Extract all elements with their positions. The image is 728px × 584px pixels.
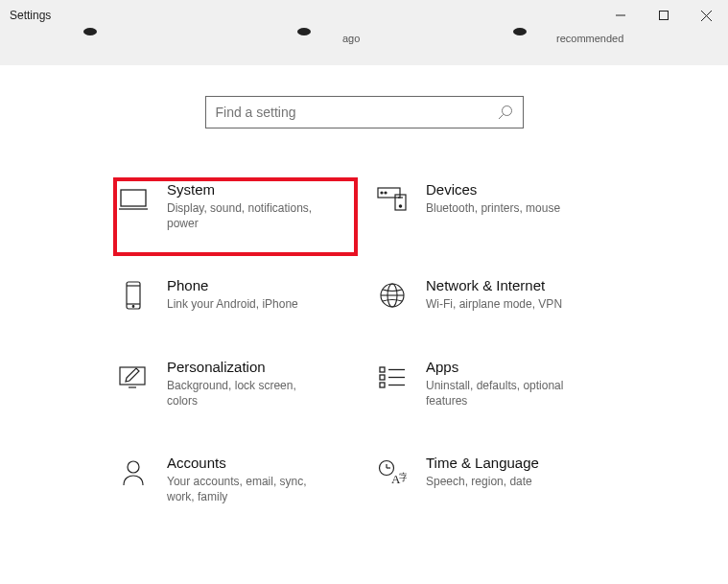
svg-line-5 — [499, 115, 504, 120]
svg-point-29 — [128, 461, 139, 473]
status-dot-icon — [83, 28, 97, 35]
window-controls — [599, 1, 728, 30]
category-network[interactable]: Network & Internet Wi-Fi, airplane mode,… — [376, 277, 611, 312]
svg-point-17 — [132, 306, 134, 308]
window-title: Settings — [10, 9, 51, 22]
category-title: Apps — [426, 359, 589, 375]
svg-rect-27 — [380, 383, 385, 387]
search-icon — [498, 105, 513, 120]
titlebar: Settings — [0, 0, 728, 31]
close-button[interactable] — [685, 1, 728, 30]
devices-icon — [376, 183, 409, 216]
category-title: Phone — [167, 277, 298, 293]
search-input[interactable] — [216, 105, 498, 120]
category-desc: Speech, region, date — [426, 474, 539, 489]
category-desc: Uninstall, defaults, optional features — [426, 378, 589, 409]
category-time-language[interactable]: A字 Time & Language Speech, region, date — [376, 455, 611, 504]
categories-grid: System Display, sound, notifications, po… — [0, 181, 728, 504]
category-devices[interactable]: Devices Bluetooth, printers, mouse — [376, 181, 611, 231]
close-icon — [701, 11, 712, 21]
category-title: Devices — [426, 181, 560, 198]
personalization-icon — [117, 361, 150, 393]
status-banner: ago recommended — [0, 31, 728, 65]
status-text: recommended — [556, 33, 623, 44]
category-title: Network & Internet — [426, 277, 562, 293]
category-desc: Wi-Fi, airplane mode, VPN — [426, 296, 562, 312]
category-system[interactable]: System Display, sound, notifications, po… — [117, 181, 352, 231]
category-desc: Bluetooth, printers, mouse — [426, 200, 560, 216]
minimize-button[interactable] — [599, 1, 642, 30]
category-desc: Display, sound, notifications, power — [167, 200, 330, 231]
time-language-icon: A字 — [376, 456, 409, 489]
search-input-container[interactable] — [205, 96, 524, 128]
svg-text:字: 字 — [399, 472, 407, 482]
apps-icon — [376, 361, 409, 393]
svg-rect-1 — [659, 12, 668, 20]
category-personalization[interactable]: Personalization Background, lock screen,… — [117, 359, 352, 409]
category-desc: Link your Android, iPhone — [167, 296, 298, 312]
category-apps[interactable]: Apps Uninstall, defaults, optional featu… — [376, 359, 611, 409]
category-title: Time & Language — [426, 455, 539, 471]
maximize-icon — [659, 11, 669, 20]
svg-point-9 — [381, 192, 383, 194]
svg-rect-6 — [121, 190, 146, 206]
accounts-icon — [117, 456, 150, 489]
status-dot-icon — [513, 28, 527, 35]
svg-rect-23 — [380, 367, 385, 372]
maximize-button[interactable] — [642, 1, 685, 30]
category-phone[interactable]: Phone Link your Android, iPhone — [117, 277, 352, 312]
svg-rect-21 — [120, 367, 145, 385]
category-desc: Background, lock screen, colors — [167, 378, 330, 409]
category-title: Personalization — [167, 359, 330, 375]
svg-point-12 — [399, 205, 401, 207]
status-dot-icon — [297, 28, 311, 35]
category-title: System — [167, 181, 330, 198]
category-title: Accounts — [167, 455, 330, 471]
system-icon — [117, 183, 150, 216]
svg-point-10 — [385, 192, 387, 194]
status-text: ago — [342, 33, 360, 44]
phone-icon — [117, 279, 150, 312]
category-desc: Your accounts, email, sync, work, family — [167, 474, 330, 504]
globe-icon — [376, 279, 409, 312]
svg-point-4 — [502, 106, 511, 116]
svg-rect-25 — [380, 375, 385, 380]
category-accounts[interactable]: Accounts Your accounts, email, sync, wor… — [117, 455, 352, 504]
minimize-icon — [616, 11, 625, 20]
